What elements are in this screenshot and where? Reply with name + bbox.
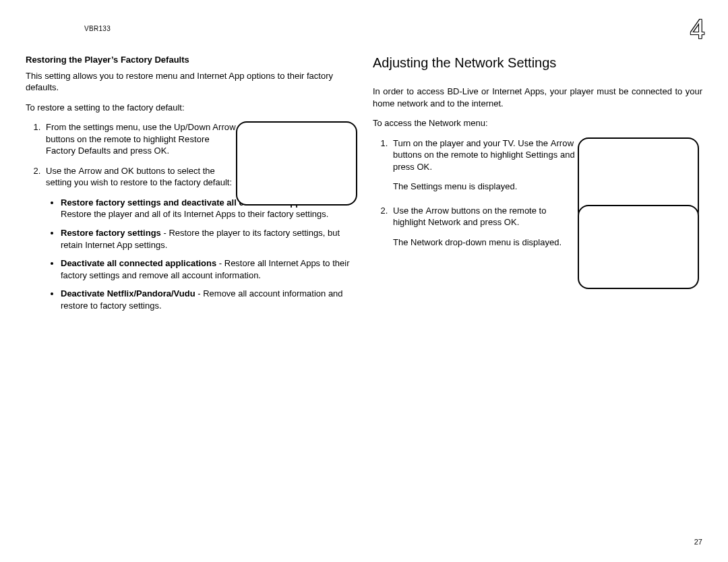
restore-options-list: Restore factory settings and deactivate … (46, 197, 355, 311)
ui-term: Arrow (551, 138, 574, 148)
model-number: VBR133 (84, 24, 111, 34)
ui-term: Settings (526, 150, 558, 160)
section-heading-restore: Restoring the Player’s Factory Defaults (26, 54, 355, 66)
content-columns: Restoring the Player’s Factory Defaults … (26, 54, 702, 319)
network-lead-in: To access the Network menu: (373, 117, 702, 129)
screenshot-placeholder (236, 121, 357, 206)
restore-lead-in: To restore a setting to the factory defa… (26, 102, 355, 114)
ui-term: OK (121, 166, 134, 176)
screenshot-placeholder (578, 205, 699, 289)
restore-intro: This setting allows you to restore menu … (26, 70, 355, 94)
network-intro: In order to access BD-Live or Internet A… (373, 86, 702, 109)
ui-term: OK (417, 162, 429, 172)
ui-term: Arrow (425, 206, 448, 216)
right-column: Adjusting the Network Settings In order … (373, 54, 702, 319)
restore-option-3: Deactivate all connected applications - … (61, 257, 355, 281)
section-heading-network: Adjusting the Network Settings (373, 54, 702, 72)
ui-term: OK (504, 217, 517, 227)
network-step-2-row: Use the Arrow buttons on the remote to h… (373, 205, 702, 249)
ui-term: OK (154, 146, 167, 156)
ui-term: Up/Down Arrow (174, 122, 236, 132)
chapter-number: 4 (690, 15, 704, 43)
left-column: Restoring the Player’s Factory Defaults … (26, 54, 355, 319)
ui-term: Network (428, 217, 460, 227)
restore-steps-with-figure: From the settings menu, use the Up/Down … (26, 121, 355, 311)
restore-option-4: Deactivate Netflix/Pandora/Vudu - Remove… (61, 288, 355, 311)
network-step-1-row: Turn on the player and your TV. Use the … (373, 137, 702, 193)
network-step-2-result: The Network drop-down menu is displayed. (393, 237, 575, 249)
manual-page: VBR133 4 Restoring the Player’s Factory … (0, 0, 728, 562)
page-number: 27 (694, 537, 702, 547)
restore-option-2: Restore factory settings - Restore the p… (61, 227, 355, 251)
network-step-1-result: The Settings menu is displayed. (393, 181, 575, 193)
ui-term: Arrow (78, 166, 101, 176)
